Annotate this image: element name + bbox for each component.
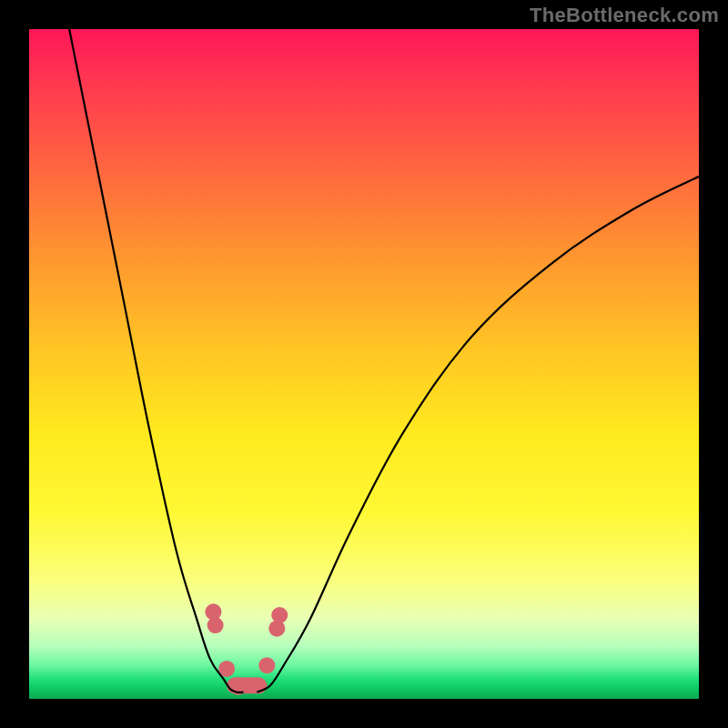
curve-left — [69, 29, 243, 693]
chart-svg — [29, 29, 699, 699]
watermark-text: TheBottleneck.com — [530, 4, 719, 27]
chart-frame: TheBottleneck.com — [0, 0, 728, 728]
curve-right — [257, 177, 699, 693]
svg-point-7 — [271, 607, 288, 623]
svg-point-5 — [258, 657, 275, 673]
plot-area — [29, 29, 699, 699]
svg-point-2 — [207, 617, 224, 633]
